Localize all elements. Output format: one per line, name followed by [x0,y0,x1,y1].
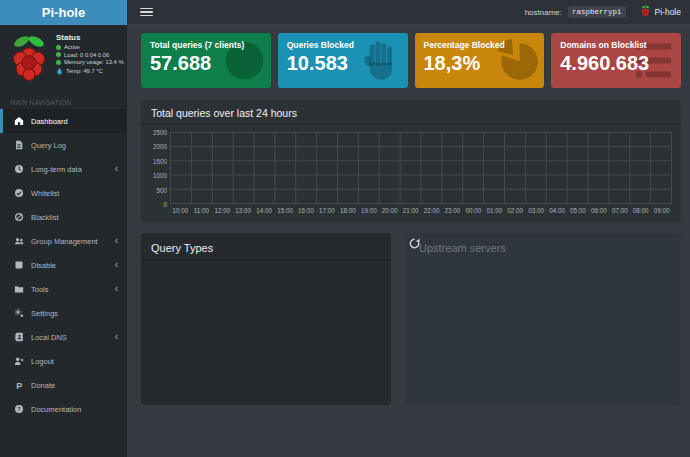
stat-card-value: 18,3% [424,52,536,75]
svg-text:?: ? [17,406,21,412]
sidebar: Status ActiveLoad: 0 0.04 0.06Memory usa… [0,25,127,457]
y-tick-label: 0 [163,201,167,208]
y-tick-label: 2500 [153,129,167,136]
status-row-memory-usage: Memory usage: 13.4 % [56,59,122,65]
ban-icon [13,211,25,223]
status-text: Temp: 49.7 °C [66,68,103,74]
sidebar-item-logout[interactable]: Logout [0,349,127,373]
stat-card-percentage-blocked: Percentage Blocked18,3% [415,33,545,88]
clock-icon [13,163,25,175]
paypal-icon: P [13,379,25,391]
x-tick-label: 06:00 [588,207,609,214]
status-text: Active [64,44,80,50]
users-icon [13,235,25,247]
top-navbar: Pi-hole hostname: raspberrypi Pi-hole [0,0,690,25]
navbar-right: hostname: raspberrypi Pi-hole [525,5,690,19]
queries-chart: 25002000150010005000 10:0011:0012:0013:0… [141,125,681,214]
sidebar-item-label: Query Log [31,141,66,150]
folder-icon [13,283,25,295]
y-tick-label: 1000 [153,172,167,179]
bottom-panels-row: Query Types Upstream servers [141,233,681,405]
home-icon [13,115,25,127]
stat-card-total-queries-7-clients: Total queries (7 clients)57.688 [141,33,271,88]
hostname-label: hostname: [525,8,562,17]
sidebar-menu: DashboardQuery LogLong-term data‹Whiteli… [0,109,127,421]
x-tick-label: 23:00 [442,207,463,214]
stat-card-label: Percentage Blocked [424,40,536,50]
y-tick-label: 2000 [153,143,167,150]
stat-card-value: 57.688 [150,52,262,75]
x-tick-label: 14:00 [254,207,275,214]
file-icon [13,139,25,151]
y-tick-label: 500 [156,186,167,193]
sidebar-item-group-management[interactable]: Group Management‹ [0,229,127,253]
queries-chart-panel: Total queries over last 24 hours 2500200… [141,100,681,222]
pihole-brand-link[interactable]: Pi-hole [640,5,681,19]
stat-card-domains-on-blocklist: Domains on Blocklist4.960.683 [551,33,681,88]
y-tick-label: 1500 [153,157,167,164]
sidebar-toggle-button[interactable] [140,6,153,19]
sidebar-item-documentation[interactable]: ?Documentation [0,397,127,421]
status-box: Status ActiveLoad: 0 0.04 0.06Memory usa… [0,25,127,92]
chevron-left-icon: ‹ [115,332,118,342]
x-tick-label: 18:00 [337,207,358,214]
gears-icon [13,307,25,319]
chevron-left-icon: ‹ [115,260,118,270]
sidebar-item-label: Settings [31,309,58,318]
x-tick-label: 11:00 [191,207,212,214]
x-tick-label: 15:00 [275,207,296,214]
sidebar-item-disable[interactable]: Disable‹ [0,253,127,277]
stat-card-label: Total queries (7 clients) [150,40,262,50]
sidebar-item-dashboard[interactable]: Dashboard [0,109,127,133]
sidebar-item-label: Tools [31,285,49,294]
upstream-servers-title: Upstream servers [406,233,681,260]
x-tick-label: 10:00 [170,207,191,214]
x-tick-label: 16:00 [296,207,317,214]
hostname-value: raspberrypi [568,6,626,18]
x-tick-label: 01:00 [484,207,505,214]
stat-cards-row: Total queries (7 clients)57.688Queries B… [141,33,681,88]
status-row-load: Load: 0 0.04 0.06 [56,52,122,58]
x-tick-label: 08:00 [630,207,651,214]
check-circle-icon [13,187,25,199]
sidebar-item-long-term-data[interactable]: Long-term data‹ [0,157,127,181]
sidebar-item-tools[interactable]: Tools‹ [0,277,127,301]
x-tick-label: 21:00 [400,207,421,214]
sidebar-item-label: Local DNS [31,333,67,342]
user-times-icon [13,355,25,367]
sidebar-item-local-dns[interactable]: Local DNS‹ [0,325,127,349]
x-tick-label: 04:00 [547,207,568,214]
x-tick-label: 00:00 [463,207,484,214]
sidebar-item-label: Donate [31,381,55,390]
x-tick-label: 03:00 [526,207,547,214]
chevron-left-icon: ‹ [115,236,118,246]
stat-card-label: Domains on Blocklist [560,40,672,50]
raspberry-icon [640,5,651,19]
nav-section-label: MAIN NAVIGATION [0,92,127,109]
x-tick-label: 05:00 [568,207,589,214]
sidebar-item-donate[interactable]: PDonate [0,373,127,397]
sidebar-item-label: Blacklist [31,213,59,222]
x-tick-label: 13:00 [233,207,254,214]
x-tick-label: 20:00 [379,207,400,214]
green-dot-icon [56,60,61,65]
chart-x-axis: 10:0011:0012:0013:0014:0015:0016:0017:00… [170,204,672,214]
sidebar-item-label: Logout [31,357,54,366]
temperature-icon [56,67,63,76]
chevron-left-icon: ‹ [115,284,118,294]
sidebar-item-query-log[interactable]: Query Log [0,133,127,157]
x-tick-label: 17:00 [316,207,337,214]
x-tick-label: 22:00 [421,207,442,214]
chart-panel-title: Total queries over last 24 hours [141,100,681,125]
sidebar-item-blacklist[interactable]: Blacklist [0,205,127,229]
svg-text:P: P [16,381,22,390]
app-logo[interactable]: Pi-hole [0,0,127,25]
raspberry-logo-icon [7,33,51,87]
sidebar-item-settings[interactable]: Settings [0,301,127,325]
status-row-active: Active [56,44,122,50]
upstream-servers-panel: Upstream servers [406,233,681,405]
status-row-temp: Temp: 49.7 °C [56,67,122,76]
x-tick-label: 09:00 [651,207,672,214]
query-types-panel: Query Types [141,233,391,405]
sidebar-item-whitelist[interactable]: Whitelist [0,181,127,205]
